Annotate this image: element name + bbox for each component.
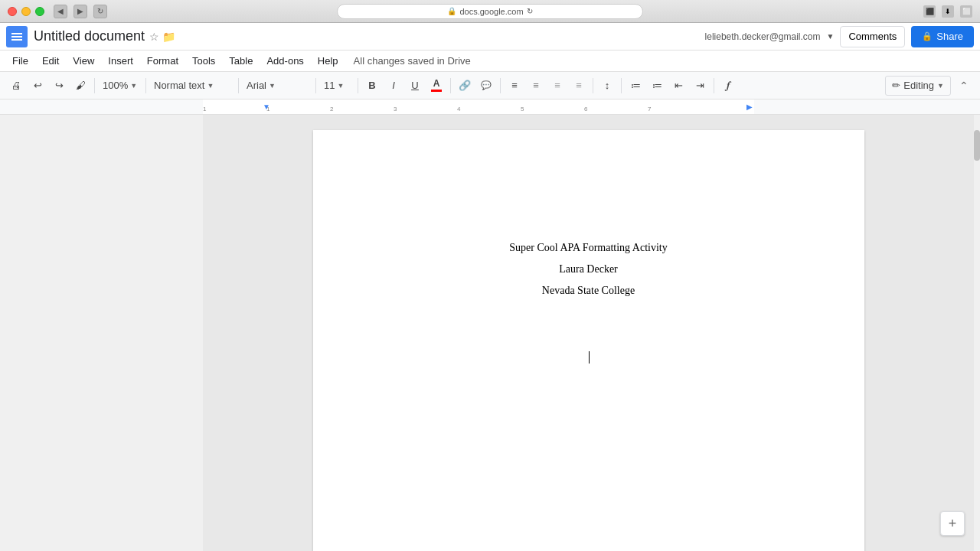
download-icon[interactable]: ⬇	[942, 5, 954, 18]
align-justify-button[interactable]: ≡	[569, 76, 589, 96]
style-value: Normal text	[154, 80, 204, 91]
clear-format-button[interactable]: 𝒇	[718, 76, 738, 96]
text-color-button[interactable]: A	[426, 76, 446, 96]
main-area: Super Cool APA Formatting Activity Laura…	[0, 115, 980, 551]
redo-button[interactable]: ↪	[49, 76, 69, 96]
menu-help[interactable]: Help	[312, 53, 345, 69]
ruler-mark-5: 5	[521, 106, 524, 112]
page[interactable]: Super Cool APA Formatting Activity Laura…	[313, 130, 864, 551]
sep-4	[315, 78, 316, 93]
cursor-line	[588, 347, 590, 369]
line-spacing-button[interactable]: ↕	[597, 76, 617, 96]
ruler-marks: 1 1 2 3 4 5 6 7 ▼ ▶	[203, 99, 754, 114]
doc-line-3: Nevada State College	[542, 280, 635, 302]
toolbar-right: ✏ Editing ▼ ⌃	[885, 76, 974, 96]
address-bar[interactable]: 🔒 docs.google.com ↻	[337, 4, 643, 19]
text-cursor-container	[588, 347, 590, 369]
tab-stop-marker: ▼	[263, 103, 270, 111]
doc-area[interactable]: Super Cool APA Formatting Activity Laura…	[203, 115, 974, 551]
forward-button[interactable]: ▶	[74, 5, 87, 18]
link-button[interactable]: 🔗	[455, 76, 475, 96]
sep-2	[145, 78, 146, 93]
ruler-mark-6: 6	[584, 106, 587, 112]
doc-content: Super Cool APA Formatting Activity Laura…	[374, 237, 803, 369]
right-margin-marker: ▶	[746, 103, 753, 111]
autosave-text: All changes saved in Drive	[354, 55, 471, 67]
app-logo	[6, 26, 28, 47]
ordered-list-button[interactable]: ≔	[626, 76, 645, 96]
sep-1	[94, 78, 95, 93]
doc-line-2: Laura Decker	[559, 259, 618, 280]
bold-button[interactable]: B	[362, 76, 382, 96]
font-select[interactable]: Arial ▼	[243, 76, 312, 96]
size-value: 11	[324, 80, 335, 91]
editing-label: Editing	[903, 80, 934, 91]
star-icon[interactable]: ☆	[149, 31, 159, 43]
collapse-toolbar-button[interactable]: ⌃	[954, 76, 974, 96]
scrollbar-thumb[interactable]	[974, 130, 980, 161]
align-center-button[interactable]: ≡	[526, 76, 546, 96]
menu-file[interactable]: File	[6, 53, 34, 69]
extension-icon[interactable]: ⬛	[923, 5, 936, 18]
editing-badge[interactable]: ✏ Editing ▼	[885, 76, 951, 96]
zoom-select[interactable]: 100% ▼	[99, 76, 142, 96]
fullscreen-icon[interactable]: ⬜	[960, 5, 972, 18]
reload-icon: ↻	[527, 7, 533, 15]
menu-view[interactable]: View	[67, 53, 100, 69]
nav-controls: ◀ ▶ ↻	[54, 5, 107, 18]
style-select[interactable]: Normal text ▼	[150, 76, 234, 96]
size-chevron: ▼	[337, 82, 344, 90]
sidebar	[0, 115, 203, 551]
zoom-value: 100%	[103, 80, 128, 91]
logo-lines	[11, 33, 22, 41]
print-button[interactable]: 🖨	[6, 76, 26, 96]
paint-format-button[interactable]: 🖌	[70, 76, 90, 96]
menu-addons[interactable]: Add-ons	[260, 53, 309, 69]
editing-chevron: ▼	[937, 82, 944, 90]
increase-indent-button[interactable]: ⇥	[690, 76, 710, 96]
align-left-button[interactable]: ≡	[505, 76, 524, 96]
ruler-mark-0: 1	[203, 106, 206, 112]
undo-button[interactable]: ↩	[28, 76, 47, 96]
logo-line-1	[11, 33, 22, 34]
maximize-button[interactable]	[35, 7, 44, 16]
italic-button[interactable]: I	[384, 76, 403, 96]
doc-line-3-text: Nevada State College	[542, 285, 635, 296]
add-button[interactable]: +	[940, 511, 965, 536]
sep-10	[714, 78, 714, 93]
sep-7	[500, 78, 501, 93]
sep-5	[358, 78, 358, 93]
size-select[interactable]: 11 ▼	[320, 76, 354, 96]
folder-icon[interactable]: 📁	[162, 31, 175, 43]
doc-title[interactable]: Untitled document	[34, 28, 145, 44]
traffic-lights	[8, 7, 44, 16]
ruler: 1 1 2 3 4 5 6 7 ▼ ▶	[0, 99, 980, 115]
menu-tools[interactable]: Tools	[186, 53, 221, 69]
menu-edit[interactable]: Edit	[36, 53, 65, 69]
minimize-button[interactable]	[21, 7, 31, 16]
lock-icon: 🔒	[922, 31, 933, 41]
account-chevron[interactable]: ▼	[827, 32, 835, 41]
bullet-list-button[interactable]: ≔	[647, 76, 667, 96]
zoom-chevron: ▼	[130, 82, 137, 90]
refresh-button[interactable]: ↻	[93, 5, 107, 18]
decrease-indent-button[interactable]: ⇤	[668, 76, 688, 96]
ruler-mark-4: 4	[457, 106, 460, 112]
appbar-right: leliebeth.decker@gmail.com ▼ Comments 🔒 …	[705, 26, 974, 47]
menu-table[interactable]: Table	[223, 53, 259, 69]
comments-button[interactable]: Comments	[840, 26, 905, 47]
user-email[interactable]: leliebeth.decker@gmail.com	[705, 31, 821, 42]
underline-button[interactable]: U	[405, 76, 425, 96]
pencil-icon: ✏	[892, 80, 900, 91]
align-right-button[interactable]: ≡	[547, 76, 567, 96]
logo-line-3	[11, 39, 22, 41]
menu-insert[interactable]: Insert	[102, 53, 139, 69]
comment-button[interactable]: 💬	[476, 76, 496, 96]
text-color-label: A	[433, 79, 440, 88]
back-button[interactable]: ◀	[54, 5, 67, 18]
menu-format[interactable]: Format	[141, 53, 185, 69]
share-button[interactable]: 🔒 Share	[911, 26, 974, 47]
close-button[interactable]	[8, 7, 17, 16]
titlebar-right: ⬛ ⬇ ⬜	[923, 5, 972, 18]
scrollbar-track[interactable]	[974, 115, 980, 551]
